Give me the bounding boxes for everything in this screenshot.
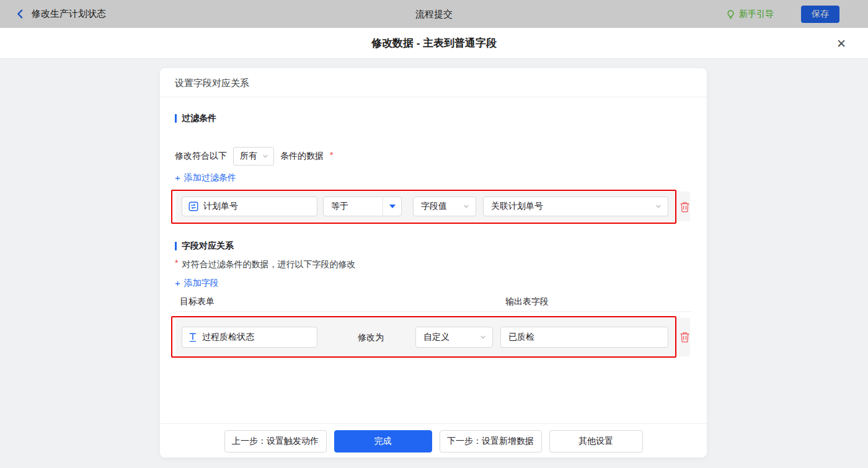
- close-icon: ✕: [836, 37, 846, 51]
- next-step-button[interactable]: 下一步：设置新增数据: [440, 430, 542, 453]
- trash-icon: [680, 201, 690, 213]
- filter-field-input[interactable]: 计划单号: [182, 196, 317, 216]
- section-marker: [175, 242, 177, 250]
- panel-title: 设置字段对应关系: [160, 68, 707, 97]
- save-button[interactable]: 保存: [801, 6, 839, 23]
- trash-icon: [680, 332, 690, 343]
- match-condition-row: 修改符合以下 所有 条件的数据 *: [175, 146, 333, 166]
- operator-value: 等于: [324, 201, 383, 212]
- add-filter-condition-link[interactable]: + 添加过滤条件: [175, 172, 236, 183]
- output-value-input[interactable]: [500, 327, 668, 348]
- filter-section-title: 过滤条件: [175, 113, 216, 124]
- footer-divider: [160, 423, 707, 424]
- filter-value: 关联计划单号: [484, 201, 655, 212]
- other-settings-button[interactable]: 其他设置: [549, 430, 643, 453]
- chevron-down-icon: [262, 153, 268, 159]
- chevron-down-icon: [463, 203, 469, 210]
- match-text-prefix: 修改符合以下: [175, 151, 227, 162]
- value-type-select[interactable]: 字段值: [413, 196, 476, 216]
- filter-value-select[interactable]: 关联计划单号: [483, 196, 668, 216]
- required-asterisk: *: [330, 150, 333, 160]
- text-field-icon: [188, 332, 197, 342]
- operator-select[interactable]: 等于: [323, 196, 402, 216]
- section-marker: [175, 114, 177, 123]
- plus-icon: +: [175, 174, 180, 182]
- target-field-input[interactable]: 过程质检状态: [182, 327, 317, 348]
- chevron-down-icon: [655, 203, 662, 210]
- modal-header: 修改数据 - 主表到普通字段 ✕: [0, 28, 868, 59]
- filter-field-value: 计划单号: [203, 201, 238, 212]
- page-title: 修改生产计划状态: [32, 8, 106, 20]
- modify-to-label: 修改为: [349, 327, 392, 348]
- back-icon: [15, 9, 25, 19]
- column-header-output: 输出表字段: [505, 296, 549, 307]
- required-asterisk: *: [175, 258, 178, 268]
- delete-mapping-button[interactable]: [677, 330, 692, 345]
- match-text-suffix: 条件的数据: [280, 151, 324, 162]
- guide-label: 新手引导: [739, 9, 774, 20]
- caret-down-icon: [389, 205, 396, 208]
- page: 修改生产计划状态 流程提交 新手引导 保存 修改数据 - 主表到普通字段 ✕ 设…: [0, 0, 868, 468]
- match-mode-select[interactable]: 所有: [233, 147, 274, 166]
- add-field-link[interactable]: + 添加字段: [175, 278, 219, 289]
- guide-button[interactable]: 新手引导: [726, 0, 774, 28]
- close-button[interactable]: ✕: [830, 28, 853, 59]
- add-filter-label: 添加过滤条件: [184, 172, 236, 183]
- plus-icon: +: [175, 279, 180, 288]
- column-divider: [175, 311, 692, 312]
- target-field-value: 过程质检状态: [202, 332, 254, 343]
- modal-title: 修改数据 - 主表到普通字段: [0, 28, 868, 59]
- delete-filter-button[interactable]: [677, 200, 692, 214]
- settings-panel: 设置字段对应关系 过滤条件 修改符合以下 所有 条件的数据 * + 添加过滤条件…: [160, 68, 707, 457]
- topbar: 修改生产计划状态 流程提交 新手引导 保存: [0, 0, 868, 28]
- column-header-target: 目标表单: [180, 296, 215, 307]
- serial-field-icon: [188, 201, 198, 211]
- topbar-center-title: 流程提交: [415, 0, 453, 28]
- done-button[interactable]: 完成: [334, 430, 432, 453]
- operator-caret-zone[interactable]: [383, 197, 401, 216]
- footer-buttons: 上一步：设置触发动作 完成 下一步：设置新增数据 其他设置: [160, 430, 707, 453]
- value-type-value: 字段值: [414, 201, 463, 212]
- add-field-label: 添加字段: [184, 278, 219, 289]
- prev-step-button[interactable]: 上一步：设置触发动作: [224, 430, 327, 453]
- mapping-description-row: * 对符合过滤条件的数据，进行以下字段的修改: [175, 259, 355, 270]
- bulb-icon: [726, 9, 735, 19]
- mapping-section-title: 字段对应关系: [175, 241, 234, 252]
- custom-value-type: 自定义: [416, 332, 480, 343]
- chevron-down-icon: [480, 334, 486, 340]
- custom-value-type-select[interactable]: 自定义: [415, 327, 493, 348]
- match-mode-value: 所有: [240, 151, 257, 162]
- back-button[interactable]: 修改生产计划状态: [15, 0, 106, 28]
- mapping-description: 对符合过滤条件的数据，进行以下字段的修改: [182, 259, 355, 270]
